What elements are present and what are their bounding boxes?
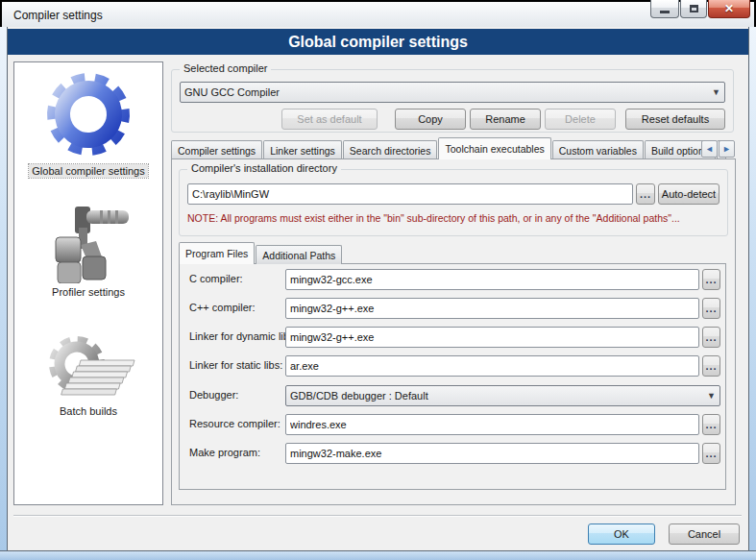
make-program-input[interactable] — [285, 443, 699, 464]
minimize-icon — [660, 11, 670, 13]
footer-separator — [13, 515, 742, 517]
selected-compiler-group: Selected compiler GNU GCC Compiler ▼ Set… — [171, 69, 734, 133]
auto-detect-button[interactable]: Auto-detect — [658, 183, 719, 205]
installation-directory-group-label: Compiler's installation directory — [187, 162, 341, 174]
settings-category-list: Global compiler settings — [13, 61, 163, 505]
installation-directory-browse-button[interactable]: ... — [636, 183, 655, 205]
resource-compiler-browse-button[interactable]: ... — [702, 414, 720, 435]
rename-button[interactable]: Rename — [470, 109, 541, 130]
tab-search-directories[interactable]: Search directories — [343, 140, 438, 159]
close-icon: ✕ — [724, 3, 734, 14]
linker-static-label: Linker for static libs: — [189, 359, 282, 371]
delete-button[interactable]: Delete — [545, 109, 616, 130]
tab-custom-variables[interactable]: Custom variables — [552, 140, 644, 159]
c-compiler-label: C compiler: — [189, 273, 243, 284]
arrow-right-icon: ► — [722, 144, 731, 154]
debugger-label: Debugger: — [189, 389, 238, 401]
cpp-compiler-label: C++ compiler: — [189, 302, 255, 313]
ok-button[interactable]: OK — [588, 523, 655, 545]
compiler-settings-dialog: Compiler settings ✕ Global compiler sett… — [0, 0, 756, 560]
sidebar-item-global-compiler-settings[interactable]: Global compiler settings — [29, 66, 147, 178]
window-title: Compiler settings — [13, 9, 103, 22]
program-files-tab-bar: Program Files Additional Paths — [179, 242, 343, 264]
resource-compiler-label: Resource compiler: — [189, 418, 280, 429]
cancel-button[interactable]: Cancel — [669, 523, 740, 545]
installation-directory-group: Compiler's installation directory ... Au… — [179, 169, 728, 236]
tab-linker-settings[interactable]: Linker settings — [263, 140, 342, 159]
sidebar-item-label: Profiler settings — [49, 285, 128, 299]
cpp-compiler-browse-button[interactable]: ... — [702, 298, 720, 319]
titlebar[interactable]: Compiler settings — [2, 2, 754, 27]
tab-toolchain-executables[interactable]: Toolchain executables — [438, 137, 550, 159]
make-program-label: Make program: — [189, 447, 260, 458]
maximize-button[interactable] — [680, 0, 707, 18]
window-frame-bottom — [0, 550, 756, 560]
installation-note: NOTE: All programs must exist either in … — [187, 212, 725, 224]
reset-defaults-button[interactable]: Reset defaults — [625, 109, 725, 130]
chevron-down-icon: ▼ — [708, 87, 720, 97]
batch-builds-gear-icon — [38, 331, 138, 402]
make-program-browse-button[interactable]: ... — [702, 443, 720, 464]
installation-directory-input[interactable] — [187, 183, 633, 205]
linker-static-browse-button[interactable]: ... — [702, 355, 720, 377]
c-compiler-browse-button[interactable]: ... — [702, 269, 720, 290]
linker-dynamic-input[interactable] — [285, 327, 699, 348]
chevron-down-icon: ▼ — [703, 391, 716, 401]
resource-compiler-input[interactable] — [285, 414, 699, 435]
tab-scroll-left-button[interactable]: ◄ — [701, 140, 718, 158]
page-title: Global compiler settings — [8, 29, 748, 55]
linker-dynamic-browse-button[interactable]: ... — [702, 327, 720, 348]
sidebar-item-label: Batch builds — [57, 404, 120, 418]
debugger-select[interactable]: GDB/CDB debugger : Default ▼ — [285, 385, 720, 406]
compiler-actions: Set as default Copy Rename Delete Reset … — [180, 109, 725, 130]
profiler-caliper-icon — [42, 203, 134, 283]
minimize-button[interactable] — [650, 0, 679, 18]
window-frame-left — [0, 27, 8, 550]
settings-tab-bar: Compiler settings Linker settings Search… — [171, 137, 736, 159]
linker-dynamic-label: Linker for dynamic libs: — [189, 330, 298, 342]
arrow-left-icon: ◄ — [705, 144, 714, 154]
close-button[interactable]: ✕ — [708, 0, 750, 18]
tab-scroll-right-button[interactable]: ► — [719, 140, 735, 158]
c-compiler-input[interactable] — [285, 269, 699, 290]
sidebar-item-profiler-settings[interactable]: Profiler settings — [42, 203, 134, 299]
tab-compiler-settings[interactable]: Compiler settings — [171, 140, 262, 159]
compiler-select[interactable]: GNU GCC Compiler ▼ — [180, 82, 725, 103]
sidebar-item-batch-builds[interactable]: Batch builds — [38, 331, 138, 418]
window-frame-right — [748, 27, 756, 550]
cpp-compiler-input[interactable] — [285, 298, 699, 319]
copy-button[interactable]: Copy — [395, 109, 466, 130]
selected-compiler-group-label: Selected compiler — [180, 62, 271, 74]
debugger-select-value: GDB/CDB debugger : Default — [290, 390, 703, 402]
maximize-icon — [690, 5, 698, 12]
linker-static-input[interactable] — [285, 355, 699, 377]
sidebar-item-label: Global compiler settings — [29, 164, 147, 178]
blue-gear-icon — [38, 66, 138, 162]
program-files-pane: C compiler: ... C++ compiler: ... Linker… — [179, 263, 726, 490]
set-as-default-button[interactable]: Set as default — [281, 109, 378, 130]
tab-program-files[interactable]: Program Files — [179, 242, 255, 264]
compiler-select-value: GNU GCC Compiler — [184, 86, 708, 98]
dialog-client-area: Global compiler settings Global compiler… — [8, 27, 748, 550]
tab-additional-paths[interactable]: Additional Paths — [256, 245, 342, 264]
